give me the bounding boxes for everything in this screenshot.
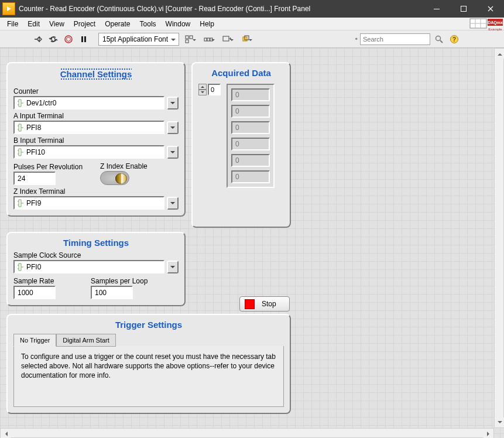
- array-index-spinner[interactable]: [198, 84, 207, 95]
- pause-button[interactable]: [77, 33, 90, 46]
- b-terminal-label: B Input Terminal: [13, 136, 179, 145]
- title-bar: Counter - Read Encoder (Continuous Clock…: [0, 0, 504, 18]
- z-enable-label: Z Index Enable: [100, 162, 148, 170]
- acquired-title: Acquired Data: [198, 68, 284, 78]
- search-input[interactable]: [360, 33, 430, 45]
- sample-rate-field[interactable]: 1000: [13, 286, 56, 299]
- chevron-down-icon[interactable]: [198, 90, 207, 95]
- svg-rect-17: [207, 38, 210, 41]
- counter-value: Dev1/ctr0: [26, 99, 56, 107]
- front-panel-canvas[interactable]: Channel Settings Counter Dev1/ctr0 A Inp…: [0, 48, 504, 438]
- io-channel-icon: [17, 148, 24, 156]
- svg-rect-1: [461, 6, 467, 12]
- stop-button[interactable]: Stop: [239, 296, 290, 312]
- samples-per-loop-value: 100: [95, 289, 107, 297]
- stop-icon: [245, 299, 255, 309]
- sample-rate-value: 1000: [18, 289, 33, 297]
- io-channel-icon: [17, 124, 24, 132]
- svg-point-22: [436, 36, 441, 40]
- svg-rect-18: [210, 38, 212, 41]
- font-selector-label: 15pt Application Font: [102, 35, 168, 43]
- array-cell: 0: [231, 138, 270, 150]
- app-icon: [2, 2, 15, 15]
- svg-line-23: [440, 40, 443, 43]
- font-selector[interactable]: 15pt Application Font: [98, 33, 179, 46]
- acquired-array: 0 0 0 0 0 0: [227, 84, 275, 188]
- stop-button-label: Stop: [262, 300, 276, 308]
- trigger-settings-cluster: Trigger Settings No Trigger Digital Arm …: [6, 314, 291, 414]
- minimize-button[interactable]: [423, 0, 450, 18]
- clock-source-field[interactable]: PFI0: [13, 260, 164, 273]
- svg-rect-0: [434, 9, 440, 9]
- channel-settings-cluster: Channel Settings Counter Dev1/ctr0 A Inp…: [6, 62, 186, 217]
- vertical-scrollbar[interactable]: [494, 48, 504, 428]
- maximize-button[interactable]: [450, 0, 477, 18]
- scroll-right-button[interactable]: [484, 429, 493, 438]
- a-terminal-value: PFI8: [26, 124, 41, 132]
- b-terminal-dropdown[interactable]: [167, 146, 179, 159]
- chevron-up-icon[interactable]: [198, 84, 207, 90]
- counter-field[interactable]: Dev1/ctr0: [13, 96, 164, 110]
- menu-edit[interactable]: Edit: [23, 19, 44, 29]
- help-icon[interactable]: ?: [448, 33, 461, 46]
- toolbar: 15pt Application Font • ?: [0, 30, 504, 48]
- align-objects-button[interactable]: [181, 33, 198, 46]
- clock-source-label: Sample Clock Source: [13, 251, 179, 259]
- a-terminal-field[interactable]: PFI8: [13, 121, 164, 134]
- array-cell: 0: [231, 154, 270, 167]
- io-channel-icon: [17, 263, 24, 271]
- z-terminal-value: PFI9: [26, 199, 41, 207]
- menu-help[interactable]: Help: [195, 19, 219, 29]
- svg-rect-16: [204, 38, 207, 41]
- scroll-up-button[interactable]: [495, 49, 504, 59]
- array-cell: 0: [231, 121, 270, 134]
- close-button[interactable]: [477, 0, 504, 18]
- svg-rect-19: [223, 36, 229, 41]
- menu-view[interactable]: View: [44, 19, 69, 29]
- array-cell: 0: [231, 105, 270, 118]
- menu-file[interactable]: File: [2, 19, 23, 29]
- svg-text:?: ?: [452, 36, 456, 43]
- search-icon[interactable]: [433, 33, 445, 46]
- distribute-objects-button[interactable]: [200, 33, 217, 46]
- ppr-field[interactable]: 24: [13, 172, 56, 185]
- scroll-down-button[interactable]: [495, 418, 504, 427]
- z-terminal-dropdown[interactable]: [167, 197, 179, 210]
- array-index-field[interactable]: 0: [208, 84, 221, 95]
- b-terminal-field[interactable]: PFI10: [13, 145, 164, 159]
- tab-no-trigger[interactable]: No Trigger: [13, 334, 56, 347]
- b-terminal-value: PFI10: [26, 148, 45, 156]
- a-terminal-dropdown[interactable]: [167, 121, 179, 134]
- samples-per-loop-field[interactable]: 100: [91, 286, 133, 299]
- tab-digital-arm-start[interactable]: Digital Arm Start: [56, 334, 115, 347]
- channel-settings-title: Channel Settings: [60, 68, 132, 80]
- reorder-button[interactable]: [238, 33, 254, 46]
- trigger-title: Trigger Settings: [13, 320, 284, 330]
- menu-bar: File Edit View Project Operate Tools Win…: [0, 18, 504, 30]
- menu-project[interactable]: Project: [69, 19, 100, 29]
- samples-per-loop-label: Samples per Loop: [91, 277, 148, 285]
- acquired-data-cluster: Acquired Data 0 0 0 0 0 0 0: [191, 62, 291, 228]
- a-terminal-label: A Input Terminal: [13, 112, 179, 120]
- search-separator: •: [355, 35, 358, 43]
- counter-dropdown[interactable]: [167, 97, 179, 110]
- timing-title: Timing Settings: [13, 238, 179, 248]
- menu-operate[interactable]: Operate: [100, 19, 135, 29]
- scroll-left-button[interactable]: [1, 429, 11, 438]
- run-button[interactable]: [32, 33, 44, 46]
- svg-rect-12: [84, 36, 86, 42]
- clock-source-dropdown[interactable]: [167, 261, 179, 273]
- abort-button[interactable]: [62, 33, 75, 46]
- io-channel-icon: [17, 99, 24, 107]
- horizontal-scrollbar[interactable]: [0, 428, 494, 438]
- ppr-value: 24: [18, 174, 25, 183]
- array-index-value: 0: [211, 86, 214, 93]
- menu-tools[interactable]: Tools: [135, 19, 161, 29]
- svg-rect-15: [186, 40, 188, 43]
- menu-window[interactable]: Window: [161, 19, 196, 29]
- z-enable-toggle[interactable]: [100, 171, 129, 185]
- resize-objects-button[interactable]: [219, 33, 235, 46]
- run-continuous-button[interactable]: [47, 33, 60, 46]
- z-terminal-field[interactable]: PFI9: [13, 196, 164, 210]
- svg-rect-6: [488, 19, 503, 26]
